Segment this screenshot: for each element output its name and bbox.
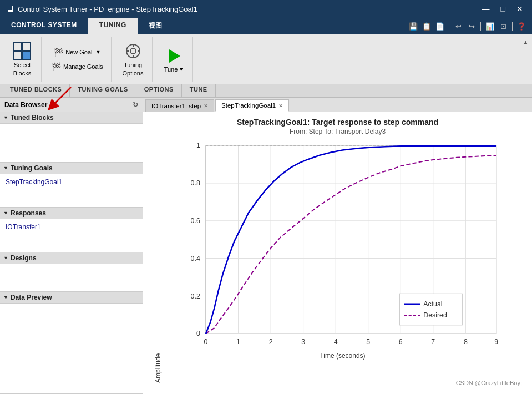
ribbon-group-select-blocks: Select Blocks xyxy=(3,37,42,82)
svg-text:2: 2 xyxy=(269,338,273,346)
svg-rect-46 xyxy=(399,294,462,325)
ribbon-wrapper: Select Blocks 🏁 New Goal ▼ 🏁 Manage Goal… xyxy=(0,34,532,84)
tuning-options-button[interactable]: Tuning Options xyxy=(118,39,148,79)
section-tuned-blocks-header[interactable]: ▼ Tuned Blocks xyxy=(0,112,143,124)
right-panel: IOTransfer1: step ✕ StepTrackingGoal1 ✕ … xyxy=(143,98,532,394)
chart-tab-iotransfer-close[interactable]: ✕ xyxy=(204,103,208,109)
tune-dropdown-arrow[interactable]: ▼ xyxy=(179,67,184,72)
new-goal-button[interactable]: 🏁 New Goal ▼ xyxy=(50,46,104,58)
window-title: Control System Tuner - PD_engine - StepT… xyxy=(18,5,197,13)
chart-svg: 0 0.2 0.4 0.6 0.8 1 0 1 2 3 4 5 6 xyxy=(164,140,521,351)
select-blocks-button[interactable]: Select Blocks xyxy=(8,39,37,79)
svg-text:0.2: 0.2 xyxy=(191,292,200,300)
title-bar-left: 🖥 Control System Tuner - PD_engine - Ste… xyxy=(6,4,197,14)
toolbar-chart[interactable]: 📊 xyxy=(484,20,496,32)
tuning-goal-item-steptracking[interactable]: StepTrackingGoal1 xyxy=(2,176,140,188)
section-designs-content xyxy=(0,264,143,292)
svg-text:8: 8 xyxy=(464,338,468,346)
maximize-button[interactable]: □ xyxy=(498,3,509,14)
ribbon: Select Blocks 🏁 New Goal ▼ 🏁 Manage Goal… xyxy=(0,34,532,84)
chart-tab-iotransfer[interactable]: IOTransfer1: step ✕ xyxy=(145,99,214,112)
y-axis-label: Amplitude xyxy=(154,140,162,383)
tab-control-system[interactable]: CONTROL SYSTEM xyxy=(0,18,88,34)
minimize-button[interactable]: — xyxy=(479,3,493,14)
tuning-options-label: Tuning Options xyxy=(123,61,144,77)
svg-text:0.8: 0.8 xyxy=(191,179,200,187)
new-goal-label: New Goal xyxy=(65,49,92,55)
svg-marker-10 xyxy=(169,49,180,63)
watermark: CSDN @CrazyLittleBoy; xyxy=(456,380,522,386)
manage-goals-label: Manage Goals xyxy=(63,63,103,70)
section-tuning-goals-content: StepTrackingGoal1 xyxy=(0,174,143,208)
svg-text:0.6: 0.6 xyxy=(191,217,200,225)
tab-tuning[interactable]: TUNING xyxy=(88,18,138,34)
toolbar-save[interactable]: 💾 xyxy=(407,20,419,32)
tab-view[interactable]: 视图 xyxy=(138,18,174,34)
svg-text:5: 5 xyxy=(366,338,370,346)
chart-tab-steptracking-close[interactable]: ✕ xyxy=(278,103,283,109)
toolbar-redo[interactable]: ↪ xyxy=(465,20,478,32)
response-item-iotransfer[interactable]: IOTransfer1 xyxy=(2,221,140,233)
subtabs-bar: TUNED BLOCKS TUNING GOALS OPTIONS TUNE xyxy=(0,84,532,98)
select-blocks-label: Select Blocks xyxy=(13,61,31,77)
svg-text:7: 7 xyxy=(431,338,435,346)
section-responses-content: IOTransfer1 xyxy=(0,219,143,252)
data-preview-triangle: ▼ xyxy=(3,295,8,300)
close-button[interactable]: ✕ xyxy=(513,3,526,14)
manage-goals-icon: 🏁 xyxy=(52,62,61,71)
toolbar-separator xyxy=(449,22,449,31)
chart-tab-steptracking-label: StepTrackingGoal1 xyxy=(221,102,276,109)
new-goal-dropdown-arrow[interactable]: ▼ xyxy=(95,49,100,55)
section-data-preview-content xyxy=(0,304,143,394)
section-tuned-blocks-content xyxy=(0,124,143,163)
subtab-tuned-blocks[interactable]: TUNED BLOCKS xyxy=(2,84,70,97)
chart-tab-iotransfer-label: IOTransfer1: step xyxy=(151,103,201,109)
subtab-tune[interactable]: TUNE xyxy=(182,84,216,97)
svg-rect-1 xyxy=(23,43,31,50)
chart-title: StepTrackingGoal1: Target response to st… xyxy=(237,118,438,127)
svg-text:0: 0 xyxy=(204,338,208,346)
data-preview-title: Data Preview xyxy=(11,294,52,301)
subtab-options[interactable]: OPTIONS xyxy=(136,84,182,97)
svg-text:3: 3 xyxy=(301,338,305,346)
tuning-goals-triangle: ▼ xyxy=(3,165,8,171)
svg-rect-3 xyxy=(23,52,31,59)
ribbon-tabs: CONTROL SYSTEM TUNING 视图 💾 📋 📄 ↩ ↪ 📊 ⊡ ❓ xyxy=(0,18,532,34)
section-data-preview-header[interactable]: ▼ Data Preview xyxy=(0,292,143,304)
new-goal-icon: 🏁 xyxy=(54,48,63,57)
svg-text:9: 9 xyxy=(494,338,498,346)
responses-title: Responses xyxy=(11,209,46,217)
ribbon-group-goals: 🏁 New Goal ▼ 🏁 Manage Goals xyxy=(44,37,112,82)
toolbar-grid[interactable]: ⊡ xyxy=(497,20,509,32)
svg-text:1: 1 xyxy=(196,142,200,149)
svg-text:0: 0 xyxy=(196,330,200,337)
toolbar-undo[interactable]: ↩ xyxy=(452,20,464,32)
toolbar-help[interactable]: ❓ xyxy=(515,20,528,32)
svg-text:4: 4 xyxy=(334,338,338,346)
ribbon-group-tune: Tune ▼ xyxy=(155,37,193,82)
toolbar-separator3 xyxy=(512,22,513,31)
designs-triangle: ▼ xyxy=(3,255,8,261)
toolbar-separator2 xyxy=(480,22,481,31)
chart-tabs: IOTransfer1: step ✕ StepTrackingGoal1 ✕ xyxy=(143,98,532,112)
svg-text:Desired: Desired xyxy=(423,311,447,319)
section-responses-header[interactable]: ▼ Responses xyxy=(0,208,143,219)
chart-subtitle: From: Step To: Transport Delay3 xyxy=(290,128,386,135)
chart-tab-steptracking[interactable]: StepTrackingGoal1 ✕ xyxy=(215,99,289,112)
tuning-options-icon xyxy=(123,41,143,61)
tuning-goals-title: Tuning Goals xyxy=(11,164,53,172)
title-bar-controls[interactable]: — □ ✕ xyxy=(479,3,526,14)
tune-button[interactable]: Tune ▼ xyxy=(159,44,188,75)
data-browser-refresh[interactable]: ↻ xyxy=(133,101,138,109)
chart-svg-container: 0 0.2 0.4 0.6 0.8 1 0 1 2 3 4 5 6 xyxy=(164,140,521,383)
toolbar-paste[interactable]: 📄 xyxy=(434,20,446,32)
title-bar: 🖥 Control System Tuner - PD_engine - Ste… xyxy=(0,0,532,18)
ribbon-collapse-button[interactable]: ▲ xyxy=(523,39,529,46)
section-tuning-goals-header[interactable]: ▼ Tuning Goals xyxy=(0,163,143,174)
manage-goals-button[interactable]: 🏁 Manage Goals xyxy=(48,60,107,73)
toolbar-copy[interactable]: 📋 xyxy=(420,20,433,32)
ribbon-group-options: Tuning Options xyxy=(114,37,153,82)
designs-title: Designs xyxy=(11,254,37,262)
section-designs-header[interactable]: ▼ Designs xyxy=(0,252,143,264)
subtab-tuning-goals[interactable]: TUNING GOALS xyxy=(70,84,136,97)
